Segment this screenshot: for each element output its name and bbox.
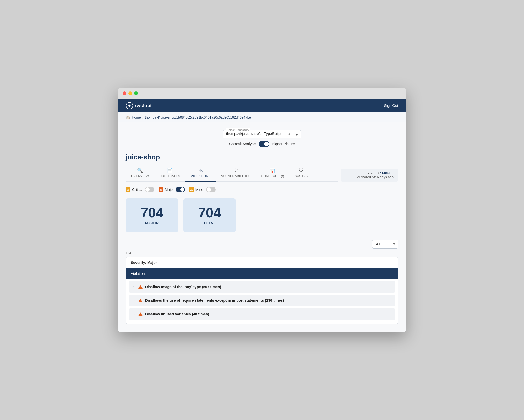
- breadcrumb-home-link[interactable]: Home: [132, 115, 141, 119]
- coverage-icon: 📊: [270, 168, 276, 173]
- stat-major-value: 704: [136, 206, 168, 219]
- brand-name: cyclopt: [135, 103, 152, 109]
- commit-analysis-row: Commit Analysis Bigger Picture: [229, 141, 295, 147]
- minor-icon: ⚠: [189, 187, 194, 192]
- tab-duplicates[interactable]: 📄 DUPLICATES: [154, 165, 185, 182]
- sast-icon: 🛡: [299, 168, 304, 173]
- major-toggle-knob: [180, 187, 184, 192]
- breadcrumb: 🏠 Home / thompavl/juice-shop/1b084cc2c2b…: [118, 112, 406, 122]
- warning-triangle-icon-2: !: [138, 299, 143, 302]
- filter-all-select[interactable]: All Major Minor Critical: [372, 240, 398, 249]
- tab-overview[interactable]: 🔍 OVERVIEW: [126, 165, 154, 182]
- tab-vulnerabilities[interactable]: 🛡 VULNERABILITIES: [216, 166, 256, 182]
- repo-selector-group: Select Repository thompavl/juice-shop/. …: [223, 130, 301, 138]
- violation-row-1[interactable]: › ! Disallow usage of the `any` type (50…: [129, 281, 395, 293]
- stat-major-label: MAJOR: [136, 221, 168, 225]
- brand-logo: ⊙ cyclopt: [126, 102, 152, 109]
- stats-row: 704 MAJOR 704 TOTAL: [126, 198, 398, 232]
- violations-panel: Severity: Major Violations › ! Disallow …: [126, 257, 398, 324]
- stat-total-label: TOTAL: [194, 221, 225, 225]
- tabs-main: 🔍 OVERVIEW 📄 DUPLICATES ⚠ VIOLATIONS 🛡 V…: [126, 165, 338, 182]
- violation-text-1: Disallow usage of the `any` type (507 ti…: [145, 285, 221, 289]
- violation-text-2: Disallows the use of require statements …: [145, 298, 284, 303]
- major-icon: ⚠: [159, 187, 163, 192]
- minimize-button[interactable]: [128, 91, 132, 95]
- chevron-icon-3: ›: [133, 312, 135, 316]
- tab-vulnerabilities-label: VULNERABILITIES: [221, 174, 250, 178]
- filter-minor: ⚠ Minor: [189, 187, 216, 192]
- tab-overview-label: OVERVIEW: [131, 174, 149, 178]
- commit-info-box: commit 1b084cc Authored At: 6 days ago: [341, 169, 398, 182]
- navbar: ⊙ cyclopt Sign Out: [118, 99, 406, 112]
- critical-label: Critical: [132, 187, 143, 192]
- violation-text-3: Disallow unused variables (40 times): [145, 312, 209, 316]
- authored-value: 6 days ago: [377, 175, 394, 179]
- filter-critical: ⚠ Critical: [126, 187, 154, 192]
- logo-icon: ⊙: [126, 102, 133, 109]
- minor-toggle[interactable]: [206, 187, 216, 192]
- close-button[interactable]: [123, 91, 126, 95]
- critical-icon: ⚠: [126, 187, 130, 192]
- stat-total-card: 704 TOTAL: [183, 198, 236, 232]
- critical-toggle-knob: [145, 187, 150, 192]
- commit-info-line2: Authored At: 6 days ago: [345, 175, 394, 179]
- tab-sast[interactable]: 🛡 SAST (!): [290, 166, 313, 182]
- major-toggle[interactable]: [176, 187, 185, 192]
- major-label: Major: [165, 187, 174, 192]
- violations-header: Violations: [126, 268, 398, 279]
- critical-toggle[interactable]: [145, 187, 154, 192]
- panel-bottom-spacer: [126, 322, 398, 324]
- file-label: File:: [126, 251, 398, 255]
- violations-icon: ⚠: [199, 168, 203, 173]
- maximize-button[interactable]: [134, 91, 138, 95]
- breadcrumb-repo-link[interactable]: thompavl/juice-shop/1b084cc2c2b91bc0401a…: [145, 115, 251, 119]
- repo-select[interactable]: thompavl/juice-shop/. - TypeScript - mai…: [226, 132, 298, 136]
- warning-triangle-icon-1: !: [138, 285, 143, 289]
- minor-toggle-knob: [207, 187, 211, 192]
- tabs-row: 🔍 OVERVIEW 📄 DUPLICATES ⚠ VIOLATIONS 🛡 V…: [126, 165, 398, 182]
- violation-row-3[interactable]: › ! Disallow unused variables (40 times): [129, 308, 395, 320]
- repo-field-label: Select Repository: [226, 128, 250, 131]
- filter-dropdown-row: All Major Minor Critical ▼: [126, 240, 398, 249]
- filter-select-wrap: All Major Minor Critical ▼: [372, 240, 398, 249]
- signout-button[interactable]: Sign Out: [384, 104, 398, 108]
- commit-analysis-label: Commit Analysis: [229, 142, 256, 146]
- tab-violations[interactable]: ⚠ VIOLATIONS: [185, 165, 216, 182]
- severity-label: Severity: Major: [126, 257, 398, 268]
- stat-total-value: 704: [194, 206, 225, 219]
- toggle-knob: [264, 142, 269, 146]
- stat-major-card: 704 MAJOR: [126, 198, 178, 232]
- commit-label: commit: [368, 171, 379, 175]
- minor-label: Minor: [195, 187, 205, 192]
- main-content: Select Repository thompavl/juice-shop/. …: [118, 122, 406, 332]
- tab-violations-label: VIOLATIONS: [191, 174, 211, 178]
- chevron-icon-1: ›: [133, 285, 135, 289]
- warning-triangle-icon-3: !: [138, 312, 143, 316]
- overview-icon: 🔍: [137, 168, 143, 173]
- filter-major: ⚠ Major: [159, 187, 185, 192]
- commit-analysis-toggle[interactable]: [259, 141, 269, 147]
- home-icon: 🏠: [126, 115, 130, 119]
- titlebar: [118, 88, 406, 99]
- duplicates-icon: 📄: [167, 168, 173, 173]
- commit-info-line1: commit 1b084cc: [345, 171, 394, 175]
- breadcrumb-separator: /: [143, 115, 144, 119]
- chevron-icon-2: ›: [133, 298, 135, 303]
- page-title: juice-shop: [126, 153, 398, 161]
- tab-coverage-label: COVERAGE (!): [261, 174, 284, 178]
- repo-selector-wrap: Select Repository thompavl/juice-shop/. …: [126, 130, 398, 147]
- filters-row: ⚠ Critical ⚠ Major ⚠ Minor: [126, 187, 398, 192]
- tab-coverage[interactable]: 📊 COVERAGE (!): [256, 165, 290, 182]
- bigger-picture-label: Bigger Picture: [272, 142, 295, 146]
- commit-hash: 1b084cc: [380, 171, 394, 175]
- app-window: ⊙ cyclopt Sign Out 🏠 Home / thompavl/jui…: [118, 88, 406, 332]
- tab-duplicates-label: DUPLICATES: [159, 174, 180, 178]
- violation-row-2[interactable]: › ! Disallows the use of require stateme…: [129, 295, 395, 306]
- vulnerabilities-icon: 🛡: [233, 168, 238, 173]
- authored-label: Authored At:: [357, 175, 376, 179]
- tab-sast-label: SAST (!): [295, 174, 308, 178]
